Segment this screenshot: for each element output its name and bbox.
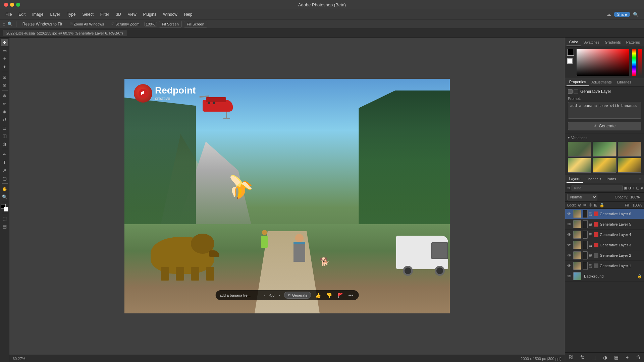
color-alpha-bar[interactable] [638, 49, 642, 76]
canvas-wrapper[interactable]: 🍌 🐕 [9, 38, 565, 355]
menu-plugins[interactable]: Plugins [141, 11, 159, 18]
search-tool-icon[interactable]: 🔍 [7, 21, 13, 26]
layer-item[interactable]: 👁 ⛓ Generative Layer 5 [565, 219, 644, 230]
dodge-tool[interactable]: ◑ [1, 140, 8, 147]
filter-smart-icon[interactable]: ◈ [640, 186, 643, 190]
menu-select[interactable]: Select [79, 11, 96, 18]
menu-filter[interactable]: Filter [98, 11, 112, 18]
eyedropper-tool[interactable]: ⊘ [1, 81, 8, 89]
eye-icon[interactable]: 👁 [567, 222, 572, 227]
eye-icon[interactable]: 👁 [567, 232, 572, 237]
variation-thumb-3[interactable] [618, 142, 641, 157]
menu-layer[interactable]: Layer [47, 11, 63, 18]
variations-header[interactable]: ▾ Variations [568, 135, 641, 140]
lock-image-icon[interactable]: ✏ [583, 203, 587, 207]
layer-item[interactable]: 👁 ⛓ Generative Layer 6 [565, 209, 644, 219]
screen-mode-tool[interactable]: ▤ [1, 223, 8, 230]
tab-properties[interactable]: Properties [567, 78, 589, 86]
cloud-icon[interactable]: ☁ [606, 12, 611, 17]
spot-heal-tool[interactable]: ⊛ [1, 92, 8, 99]
layer-item[interactable]: 👁 ⛓ Generative Layer 2 [565, 250, 644, 261]
layer-item[interactable]: 👁 ⛓ Generative Layer 1 [565, 261, 644, 271]
fill-value[interactable]: 100% [633, 203, 642, 207]
search-icon[interactable]: 🔍 [633, 12, 639, 17]
menu-type[interactable]: Type [64, 11, 78, 18]
variation-thumb-5[interactable] [593, 158, 616, 173]
fg-color-swatch[interactable] [567, 49, 574, 56]
lasso-tool[interactable]: ⌖ [1, 55, 8, 62]
crop-tool[interactable]: ⊡ [1, 73, 8, 81]
hand-tool[interactable]: ✋ [1, 185, 8, 192]
menu-file[interactable]: File [3, 11, 14, 18]
document-tab[interactable]: 2022-LittleRussia_5226233.jpg @ 60.3% (G… [3, 30, 126, 36]
quick-mask-tool[interactable]: ⬚ [1, 215, 8, 222]
back-home-icon[interactable]: ⌂ [3, 21, 5, 26]
tab-layers[interactable]: Layers [567, 175, 583, 183]
close-button[interactable] [4, 3, 8, 7]
pen-tool[interactable]: ✒ [1, 150, 8, 158]
gradient-tool[interactable]: ◫ [1, 132, 8, 139]
fit-screen-btn[interactable]: Fit Screen [159, 21, 182, 27]
prompt-input[interactable]: add a banana tree with bananas [568, 102, 641, 119]
eye-icon[interactable]: 👁 [567, 253, 572, 258]
new-layer-btn[interactable]: + [625, 354, 630, 361]
tab-channels[interactable]: Channels [583, 175, 604, 183]
share-button[interactable]: Share [614, 12, 630, 17]
eye-icon[interactable]: 👁 [567, 212, 572, 216]
menu-help[interactable]: Help [181, 11, 195, 18]
gen-like-btn[interactable]: 👍 [314, 292, 322, 299]
scrubby-zoom-btn[interactable]: ☑Scrubby Zoom [109, 21, 142, 27]
layer-item[interactable]: 👁 ⛓ Generative Layer 3 [565, 240, 644, 250]
eraser-tool[interactable]: ◻ [1, 124, 8, 131]
add-layer-style-btn[interactable]: fx [579, 354, 586, 361]
new-group-btn[interactable]: ▦ [613, 354, 620, 361]
gen-prev-btn[interactable]: ‹ [263, 292, 267, 298]
tab-patterns[interactable]: Patterns [624, 39, 643, 46]
tab-color[interactable]: Color [567, 38, 581, 46]
lock-artboard-icon[interactable]: ⊞ [594, 203, 597, 207]
generate-btn[interactable]: ↺ Generate [568, 122, 641, 130]
window-controls[interactable] [4, 3, 20, 7]
selection-tool[interactable]: ▭ [1, 47, 8, 54]
opacity-value[interactable]: 100% [630, 195, 642, 199]
link-layers-btn[interactable]: ⛓ [567, 354, 575, 361]
variation-thumb-1[interactable] [568, 142, 591, 157]
bg-color-swatch[interactable] [567, 58, 573, 64]
move-tool[interactable]: ✢ [1, 39, 8, 46]
variation-thumb-2[interactable] [593, 142, 616, 157]
stamp-tool[interactable]: ⊕ [1, 108, 8, 115]
menu-3d[interactable]: 3D [113, 11, 123, 18]
add-mask-btn[interactable]: ⬚ [590, 354, 597, 361]
tab-gradients[interactable]: Gradients [602, 39, 624, 46]
filter-adj-icon[interactable]: ◑ [628, 186, 632, 190]
menu-image[interactable]: Image [30, 11, 46, 18]
new-adjustment-btn[interactable]: ◑ [602, 354, 608, 361]
lock-position-icon[interactable]: ✢ [589, 203, 592, 207]
zoom-tool[interactable]: 🔍 [1, 193, 8, 200]
brush-tool[interactable]: ✏ [1, 100, 8, 107]
maximize-button[interactable] [16, 3, 20, 7]
minimize-button[interactable] [10, 3, 14, 7]
gen-generate-btn[interactable]: ↺ Generate [284, 292, 311, 299]
filter-type-icon[interactable]: T [633, 186, 635, 190]
layer-item[interactable]: 👁 Background 🔒 [565, 271, 644, 282]
history-brush-tool[interactable]: ↺ [1, 116, 8, 123]
menu-window[interactable]: Window [160, 11, 180, 18]
path-select-tool[interactable]: ↗ [1, 167, 8, 174]
tab-paths[interactable]: Paths [604, 175, 619, 183]
filter-shape-icon[interactable]: ▢ [636, 186, 639, 190]
menu-edit[interactable]: Edit [16, 11, 28, 18]
eye-icon[interactable]: 👁 [567, 243, 572, 247]
color-hue-bar[interactable] [632, 49, 636, 76]
eye-icon[interactable]: 👁 [567, 274, 572, 279]
tab-libraries[interactable]: Libraries [614, 78, 634, 86]
variation-thumb-4[interactable] [568, 158, 591, 173]
magic-wand-tool[interactable]: ✦ [1, 63, 8, 70]
layers-panel-menu-icon[interactable]: ≡ [638, 177, 643, 181]
fg-bg-color-swatch[interactable] [1, 204, 8, 212]
lock-transparent-icon[interactable]: ⊘ [578, 203, 581, 207]
zoom-all-btn[interactable]: ☑Zoom All Windows [67, 21, 107, 27]
tab-adjustments[interactable]: Adjustments [589, 78, 614, 86]
color-gradient-box[interactable] [577, 49, 629, 76]
gen-flag-btn[interactable]: 🚩 [336, 292, 344, 299]
